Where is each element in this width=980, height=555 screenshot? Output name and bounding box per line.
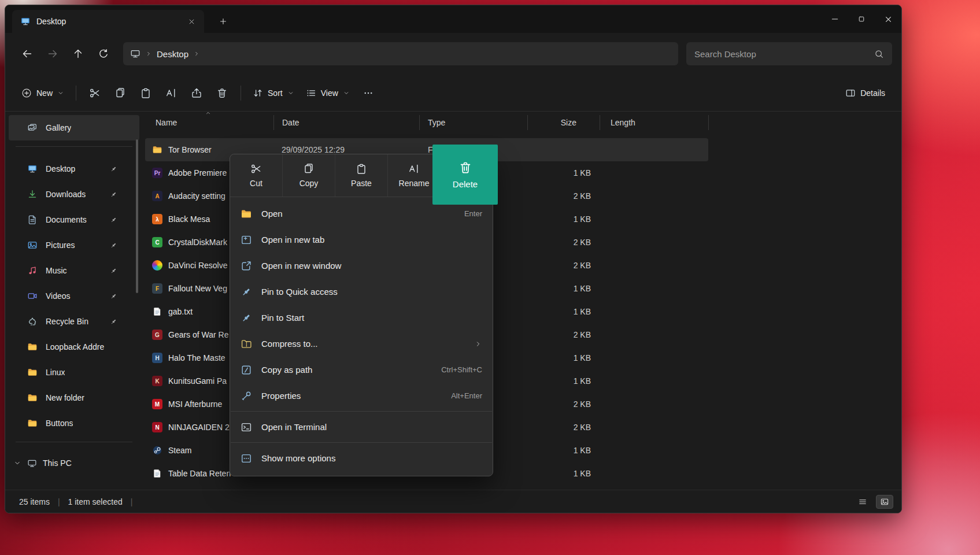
chevron-right-icon [145, 50, 152, 57]
column-header-size[interactable]: Size [528, 115, 600, 130]
folder-icon [27, 342, 38, 352]
file-size: 2 KB [528, 423, 600, 432]
plus-circle-icon [21, 88, 32, 98]
quick-action-delete-highlighted[interactable]: Delete [432, 145, 498, 205]
folder-icon [27, 367, 38, 378]
breadcrumb: Desktop [123, 42, 678, 65]
column-header-name[interactable]: Name [143, 115, 274, 130]
paste-button[interactable] [134, 83, 158, 103]
sidebar-item-recycle-bin[interactable]: Recycle Bin [9, 309, 139, 334]
sidebar-item-this-pc[interactable]: This PC [5, 452, 143, 475]
menu-item-properties[interactable]: PropertiesAlt+Enter [232, 383, 490, 409]
breadcrumb-desktop[interactable]: Desktop [157, 49, 188, 59]
chevron-down-icon [287, 90, 294, 97]
sidebar-scrollbar[interactable] [136, 139, 138, 293]
navigation-bar: Desktop [5, 33, 901, 75]
cut-button[interactable] [83, 83, 107, 103]
view-button[interactable]: View [300, 82, 356, 104]
back-button[interactable] [17, 43, 38, 64]
chevron-down-icon[interactable] [13, 459, 21, 467]
new-button[interactable]: New [16, 82, 70, 104]
column-header-length[interactable]: Length [600, 115, 709, 130]
status-divider: | [58, 497, 60, 506]
menu-item-pin-to-start[interactable]: Pin to Start [232, 305, 490, 331]
pin-icon [110, 293, 117, 300]
chevron-down-icon [343, 90, 350, 97]
sidebar-item-desktop[interactable]: Desktop [9, 156, 139, 182]
quick-action-copy[interactable]: Copy [282, 154, 335, 197]
tab-desktop[interactable]: Desktop [12, 10, 204, 33]
sidebar-item-new-folder[interactable]: New folder [9, 385, 139, 410]
file-name: Adobe Premiere [168, 168, 227, 177]
menu-item-label: Copy as path [261, 365, 432, 375]
pin-icon [110, 216, 117, 224]
sidebar-item-pictures[interactable]: Pictures [9, 232, 139, 258]
pin-icon [110, 318, 117, 325]
refresh-button[interactable] [93, 43, 114, 64]
menu-item-pin-to-quick-access[interactable]: Pin to Quick access [232, 279, 490, 305]
file-size: 1 KB [528, 307, 600, 316]
sort-button[interactable]: Sort [247, 82, 300, 104]
large-icons-view-button[interactable] [876, 495, 893, 509]
sidebar-item-documents[interactable]: Documents [9, 207, 139, 232]
items-count: 25 items [19, 497, 50, 506]
sidebar-item-buttons[interactable]: Buttons [9, 410, 139, 436]
sort-ascending-icon [205, 112, 212, 116]
gallery-icon [27, 123, 38, 133]
toolbar-separator [241, 86, 241, 101]
minimize-button[interactable] [822, 5, 848, 33]
quick-action-cut[interactable]: Cut [230, 154, 282, 197]
sidebar-item-loopback-addre[interactable]: Loopback Addre [9, 334, 139, 360]
quick-action-paste[interactable]: Paste [335, 154, 387, 197]
tab-close-icon[interactable] [183, 13, 199, 29]
window-controls [822, 5, 901, 33]
menu-item-copy-as-path[interactable]: Copy as pathCtrl+Shift+C [232, 357, 490, 383]
menu-separator [231, 442, 492, 443]
pin-icon [110, 165, 117, 173]
new-tab-button[interactable] [215, 13, 232, 30]
search-input[interactable] [694, 49, 870, 59]
pin-icon [110, 267, 117, 275]
copy-button[interactable] [108, 83, 132, 103]
sidebar-item-videos[interactable]: Videos [9, 283, 139, 309]
menu-item-open-in-terminal[interactable]: Open in Terminal [232, 414, 490, 440]
menu-item-show-more-options[interactable]: Show more options [232, 445, 490, 471]
pin-icon [110, 242, 117, 249]
up-button[interactable] [68, 43, 88, 64]
kunitsu-file-icon: K [152, 376, 162, 386]
column-header-type[interactable]: Type [420, 115, 528, 130]
menu-item-label: Properties [261, 391, 442, 401]
delete-button[interactable] [210, 83, 234, 103]
column-header-date[interactable]: Date [274, 115, 420, 130]
menu-item-open-in-new-window[interactable]: Open in new window [232, 253, 490, 279]
more-commands-button[interactable] [356, 83, 380, 103]
details-pane-button[interactable]: Details [840, 82, 891, 104]
file-name: Fallout New Veg [168, 284, 227, 293]
quick-action-label: Cut [250, 179, 262, 188]
share-button[interactable] [184, 83, 209, 103]
menu-item-open-in-new-tab[interactable]: Open in new tab [232, 227, 490, 253]
menu-item-compress-to[interactable]: Compress to... [232, 331, 490, 357]
pin-icon [241, 312, 252, 324]
pin-icon [241, 286, 252, 298]
close-button[interactable] [875, 5, 901, 33]
new-button-label: New [36, 88, 53, 98]
search-box[interactable] [686, 42, 892, 65]
details-view-button[interactable] [854, 495, 871, 509]
sidebar-item-downloads[interactable]: Downloads [9, 182, 139, 207]
rename-button[interactable] [159, 83, 183, 103]
sidebar-item-gallery[interactable]: Gallery [9, 115, 139, 140]
chevron-down-icon [57, 90, 64, 97]
textfile-file-icon [152, 306, 162, 317]
file-row-item[interactable] [145, 485, 708, 490]
sidebar-item-music[interactable]: Music [9, 258, 139, 283]
zip-icon [241, 338, 252, 350]
file-name: Gears of War Re [168, 330, 229, 339]
forward-button[interactable] [42, 43, 63, 64]
maximize-button[interactable] [848, 5, 875, 33]
file-size: 2 KB [528, 191, 600, 201]
blackmesa-file-icon: λ [152, 214, 162, 224]
sidebar-item-linux[interactable]: Linux [9, 360, 139, 385]
navigation-sidebar: GalleryDesktopDownloadsDocumentsPictures… [5, 112, 143, 490]
sidebar-item-label: This PC [43, 458, 72, 468]
